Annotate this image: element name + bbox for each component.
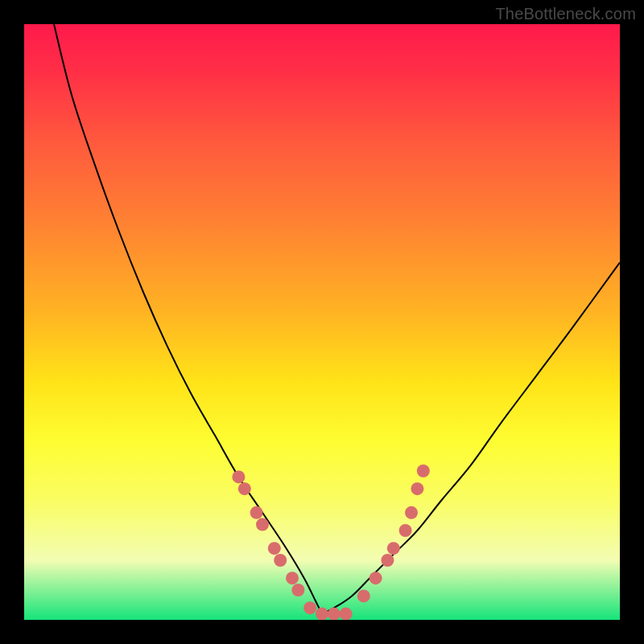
- data-point: [417, 464, 430, 477]
- data-point: [274, 554, 287, 567]
- data-point: [328, 608, 341, 620]
- data-point: [340, 608, 353, 620]
- data-point: [387, 542, 400, 555]
- data-point: [238, 482, 251, 495]
- data-point: [381, 554, 394, 567]
- plot-area: [24, 24, 620, 620]
- data-point: [399, 524, 412, 537]
- chart-frame: TheBottleneck.com: [0, 0, 644, 644]
- bottleneck-curve: [24, 24, 620, 620]
- data-point: [369, 572, 382, 584]
- data-point: [303, 601, 316, 614]
- watermark-text: TheBottleneck.com: [495, 5, 636, 23]
- data-point: [291, 584, 304, 597]
- data-point: [411, 482, 423, 495]
- data-point: [405, 506, 418, 519]
- data-point: [316, 608, 328, 620]
- data-point: [250, 506, 263, 519]
- data-point: [357, 589, 370, 602]
- data-point: [268, 542, 281, 555]
- data-point: [286, 572, 299, 584]
- data-point: [232, 470, 245, 483]
- curve-left-branch: [54, 24, 322, 614]
- data-point: [256, 518, 269, 531]
- curve-right-branch: [322, 262, 620, 614]
